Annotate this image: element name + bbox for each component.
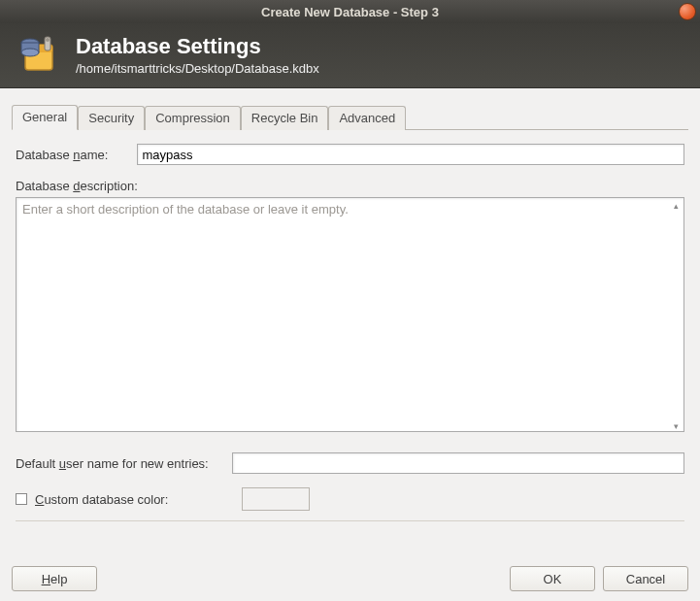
custom-color-checkbox[interactable] bbox=[16, 493, 27, 505]
tab-panel-general: Database name: Database description: ▴ ▾… bbox=[12, 129, 688, 521]
tab-compression[interactable]: Compression bbox=[145, 106, 241, 130]
titlebar: Create New Database - Step 3 bbox=[0, 0, 700, 23]
default-username-input[interactable] bbox=[232, 452, 684, 474]
database-icon bbox=[16, 31, 62, 78]
tab-bar: General Security Compression Recycle Bin… bbox=[12, 104, 688, 129]
database-description-input[interactable] bbox=[16, 197, 684, 432]
tab-general[interactable]: General bbox=[12, 105, 78, 130]
tab-security[interactable]: Security bbox=[78, 106, 145, 130]
header-banner: Database Settings /home/itsmarttricks/De… bbox=[0, 23, 700, 88]
tab-recycle-bin[interactable]: Recycle Bin bbox=[241, 106, 329, 130]
svg-point-6 bbox=[46, 38, 50, 42]
custom-color-swatch[interactable] bbox=[242, 487, 310, 511]
cancel-button[interactable]: Cancel bbox=[603, 566, 688, 591]
header-title: Database Settings bbox=[76, 34, 319, 59]
divider bbox=[16, 520, 684, 521]
database-description-label: Database description: bbox=[16, 179, 684, 193]
header-path: /home/itsmarttricks/Desktop/Database.kdb… bbox=[76, 61, 319, 76]
window-title: Create New Database - Step 3 bbox=[0, 5, 700, 19]
svg-point-4 bbox=[21, 49, 39, 56]
database-name-input[interactable] bbox=[137, 144, 684, 165]
close-icon[interactable] bbox=[679, 3, 696, 20]
dialog-footer: Help OK Cancel bbox=[12, 566, 688, 591]
tab-advanced[interactable]: Advanced bbox=[328, 106, 406, 130]
default-username-label: Default user name for new entries: bbox=[16, 456, 209, 471]
ok-button[interactable]: OK bbox=[510, 566, 595, 591]
database-name-label: Database name: bbox=[16, 148, 108, 162]
custom-color-label: Custom database color: bbox=[35, 492, 168, 507]
help-button[interactable]: Help bbox=[12, 566, 97, 591]
